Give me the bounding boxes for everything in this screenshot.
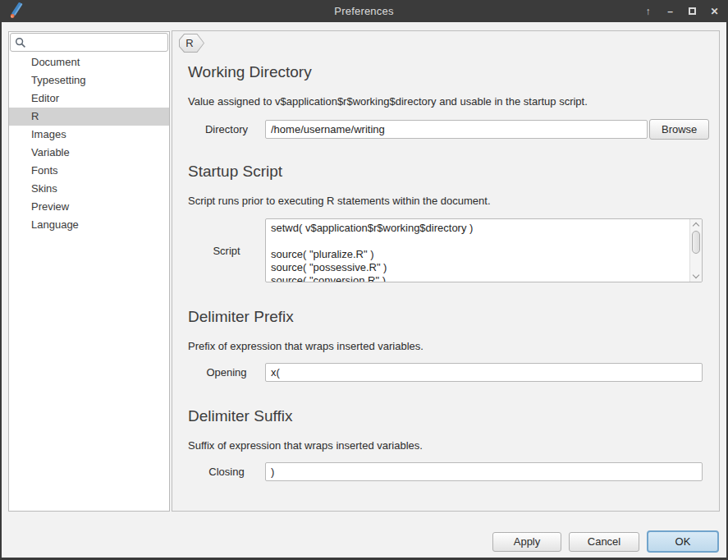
sidebar-item-images[interactable]: Images	[9, 126, 169, 144]
titlebar[interactable]: Preferences ↑ – ✕	[0, 0, 728, 22]
browse-button[interactable]: Browse	[649, 119, 709, 140]
dialog-body: Document Typesetting Editor R Images Var…	[2, 22, 726, 558]
script-row: Script setwd( v$application$r$working$di…	[172, 218, 719, 282]
category-list: Document Typesetting Editor R Images Var…	[9, 53, 169, 234]
search-icon	[15, 37, 26, 48]
settings-panel: R Working Directory Value assigned to v$…	[172, 30, 720, 512]
scrollbar-thumb[interactable]	[692, 231, 700, 254]
sidebar-item-document[interactable]: Document	[9, 53, 169, 71]
breadcrumb-label: R	[180, 34, 204, 52]
sidebar-item-preview[interactable]: Preview	[9, 198, 169, 216]
sidebar-item-variable[interactable]: Variable	[9, 144, 169, 162]
window-controls: ↑ – ✕	[641, 0, 721, 22]
script-editor: setwd( v$application$r$working$directory…	[265, 218, 703, 282]
minimize-icon[interactable]: –	[663, 0, 677, 22]
script-textarea[interactable]: setwd( v$application$r$working$directory…	[266, 219, 690, 282]
cancel-button[interactable]: Cancel	[569, 532, 639, 552]
scroll-down-icon[interactable]	[693, 272, 699, 278]
breadcrumb[interactable]: R	[179, 34, 204, 53]
sidebar-item-editor[interactable]: Editor	[9, 90, 169, 108]
directory-input[interactable]	[265, 120, 648, 139]
script-scrollbar[interactable]	[689, 219, 702, 282]
sidebar-item-fonts[interactable]: Fonts	[9, 162, 169, 180]
closing-delimiter-input[interactable]	[265, 462, 703, 481]
close-icon[interactable]: ✕	[707, 0, 721, 22]
section-title-delimiter-suffix: Delimiter Suffix	[188, 406, 719, 425]
sidebar-item-typesetting[interactable]: Typesetting	[9, 71, 169, 90]
opening-delimiter-input[interactable]	[265, 363, 703, 382]
maximize-icon[interactable]	[685, 0, 699, 22]
section-description: Value assigned to v$application$r$workin…	[188, 95, 719, 108]
ok-button[interactable]: OK	[647, 530, 719, 553]
opening-row: Opening	[172, 363, 719, 382]
sidebar-item-language[interactable]: Language	[9, 216, 169, 234]
closing-label: Closing	[188, 466, 265, 478]
search-input[interactable]	[29, 34, 166, 51]
preferences-window: Preferences ↑ – ✕ Document Typesetting E…	[0, 0, 728, 560]
sidebar-item-skins[interactable]: Skins	[9, 180, 169, 198]
section-description: Prefix of expression that wraps inserted…	[188, 340, 719, 353]
section-description: Suffix of expression that wraps inserted…	[188, 439, 719, 452]
opening-label: Opening	[188, 366, 265, 379]
script-label: Script	[188, 245, 265, 257]
scroll-up-icon[interactable]	[693, 223, 699, 229]
apply-button[interactable]: Apply	[492, 532, 561, 552]
closing-row: Closing	[172, 462, 719, 481]
sidebar-item-r[interactable]: R	[9, 108, 169, 126]
section-title-delimiter-prefix: Delimiter Prefix	[188, 307, 719, 326]
directory-row: Directory Browse	[172, 119, 719, 140]
sidebar-search-box[interactable]	[10, 33, 168, 52]
section-title-startup-script: Startup Script	[188, 162, 719, 181]
dialog-footer: Apply Cancel OK	[492, 530, 719, 553]
directory-label: Directory	[188, 123, 265, 135]
window-title: Preferences	[0, 5, 728, 17]
section-description: Script runs prior to executing R stateme…	[188, 195, 719, 208]
section-title-working-directory: Working Directory	[188, 62, 719, 81]
shade-window-icon[interactable]: ↑	[641, 0, 655, 22]
preferences-sidebar: Document Typesetting Editor R Images Var…	[8, 31, 170, 512]
